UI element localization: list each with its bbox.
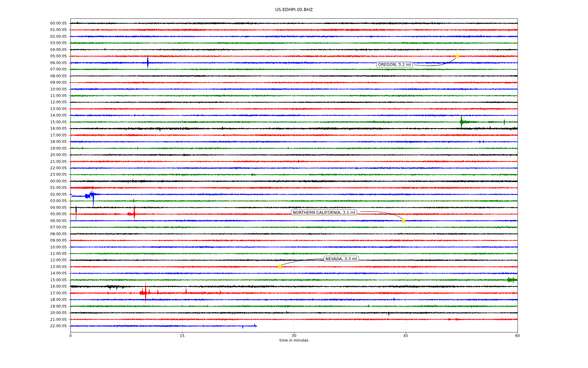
y-axis-label: 16:00:05	[0, 126, 67, 131]
plot-title: US.EDHPI.00.BHZ	[0, 7, 588, 12]
y-axis-label: 00:00:05	[0, 21, 67, 25]
y-axis-label: 02:00:05	[0, 192, 67, 197]
x-axis-tick-label: 15	[173, 334, 191, 338]
event-annotation-northern-california: NORTHERN CALIFORNIA, 3.1 ml	[291, 209, 357, 215]
y-axis-label: 20:00:05	[0, 153, 67, 157]
event-annotation-oregon: OREGON, 3.2 ml	[376, 62, 413, 67]
y-axis-label: 03:00:05	[0, 41, 67, 45]
y-axis-label: 06:00:05	[0, 219, 67, 223]
y-axis-label: 06:00:05	[0, 61, 67, 65]
event-star-icon: ★	[276, 263, 284, 270]
y-axis-label: 01:00:05	[0, 186, 67, 190]
y-axis-label: 13:00:05	[0, 265, 67, 269]
event-annotation-nevada: NEVADA, 3.3 ml	[324, 256, 359, 262]
y-axis-label: 05:00:05	[0, 54, 67, 58]
y-axis-label: 23:00:05	[0, 172, 67, 177]
y-axis-label: 17:00:05	[0, 291, 67, 295]
x-axis-tick-label: 0	[61, 334, 80, 338]
y-axis-label: 17:00:05	[0, 133, 67, 137]
y-axis-label: 18:00:05	[0, 297, 67, 302]
y-axis-label: 14:00:05	[0, 271, 67, 275]
y-axis-label: 18:00:05	[0, 140, 67, 144]
y-axis-label: 07:00:05	[0, 67, 67, 71]
x-axis-tick-label: 60	[508, 334, 527, 338]
y-axis-label: 22:00:05	[0, 324, 67, 328]
y-axis-label: 08:00:05	[0, 232, 67, 236]
event-star-icon: ★	[400, 217, 408, 224]
y-axis-label: 02:00:05	[0, 34, 67, 39]
y-axis-label: 14:00:05	[0, 113, 67, 117]
y-axis-label: 12:00:05	[0, 100, 67, 104]
y-axis-label: 19:00:05	[0, 146, 67, 151]
x-axis-label: time in minutes	[0, 338, 588, 343]
y-axis-label: 10:00:05	[0, 87, 67, 91]
y-axis-label: 10:00:05	[0, 245, 67, 249]
x-axis-tick-label: 45	[397, 334, 415, 338]
y-axis-label: 21:00:05	[0, 159, 67, 164]
y-axis-label: 16:00:05	[0, 284, 67, 289]
event-star-icon: ★	[453, 52, 461, 60]
seismogram-plot-canvas	[0, 0, 588, 368]
y-axis-label: 01:00:05	[0, 28, 67, 32]
y-axis-label: 04:00:05	[0, 48, 67, 52]
y-axis-label: 00:00:05	[0, 179, 67, 183]
y-axis-label: 11:00:05	[0, 251, 67, 256]
y-axis-label: 05:00:05	[0, 212, 67, 216]
y-axis-label: 08:00:05	[0, 74, 67, 78]
y-axis-label: 20:00:05	[0, 311, 67, 315]
y-axis-label: 12:00:05	[0, 258, 67, 262]
x-axis-tick-label: 30	[285, 334, 303, 338]
y-axis-label: 09:00:05	[0, 238, 67, 243]
y-axis-label: 13:00:05	[0, 107, 67, 111]
y-axis-label: 11:00:05	[0, 94, 67, 98]
y-axis-label: 21:00:05	[0, 317, 67, 322]
y-axis-label: 04:00:05	[0, 205, 67, 210]
y-axis-label: 09:00:05	[0, 80, 67, 85]
y-axis-label: 19:00:05	[0, 304, 67, 309]
y-axis-label: 15:00:05	[0, 278, 67, 282]
y-axis-label: 15:00:05	[0, 120, 67, 124]
y-axis-label: 03:00:05	[0, 199, 67, 203]
y-axis-label: 22:00:05	[0, 166, 67, 170]
y-axis-label: 07:00:05	[0, 225, 67, 229]
seismogram-figure: US.EDHPI.00.BHZ 00:00:0501:00:0502:00:05…	[0, 0, 588, 368]
